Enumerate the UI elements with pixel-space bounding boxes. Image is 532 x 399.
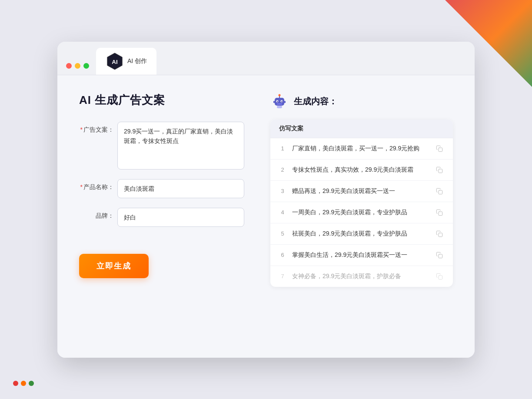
table-row: 3赠品再送，29.9元美白淡斑霜买一送一	[270, 181, 453, 202]
close-button[interactable]	[66, 63, 72, 69]
copy-icon[interactable]	[435, 144, 444, 153]
right-header: 生成内容：	[270, 93, 453, 111]
svg-point-5	[277, 101, 278, 102]
minimize-button[interactable]	[75, 63, 80, 69]
svg-point-6	[281, 101, 282, 102]
ai-tab[interactable]: AI AI 创作	[96, 48, 156, 75]
svg-rect-17	[439, 233, 442, 237]
right-panel: 生成内容： 仿写文案 1厂家直销，美白淡斑霜，买一送一，29.9元抢购 2专抹女…	[270, 93, 453, 340]
required-star-2: *	[80, 183, 83, 190]
ad-copy-row: *广告文案：	[79, 122, 244, 170]
generate-button[interactable]: 立即生成	[79, 254, 149, 278]
ai-tab-icon: AI	[106, 52, 124, 70]
svg-rect-18	[439, 254, 442, 258]
result-number: 4	[279, 209, 286, 216]
table-row: 1厂家直销，美白淡斑霜，买一送一，29.9元抢购	[270, 138, 453, 160]
result-text: 专抹女性斑点，真实功效，29.9元美白淡斑霜	[292, 165, 429, 174]
results-table: 仿写文案 1厂家直销，美白淡斑霜，买一送一，29.9元抢购 2专抹女性斑点，真实…	[270, 120, 453, 287]
product-name-row: *产品名称：	[79, 179, 244, 198]
copy-icon[interactable]	[435, 250, 444, 260]
product-name-label: *产品名称：	[79, 179, 114, 191]
table-row: 5祛斑美白，29.9元美白淡斑霜，专业护肤品	[270, 223, 453, 245]
table-row: 4一周美白，29.9元美白淡斑霜，专业护肤品	[270, 202, 453, 223]
copy-icon[interactable]	[435, 165, 444, 175]
ad-copy-label: *广告文案：	[79, 122, 114, 134]
right-panel-title: 生成内容：	[294, 96, 337, 107]
svg-point-9	[279, 94, 281, 96]
result-text: 赠品再送，29.9元美白淡斑霜买一送一	[292, 186, 429, 196]
svg-rect-7	[277, 103, 282, 105]
ad-copy-input[interactable]	[117, 122, 244, 170]
result-number: 6	[279, 252, 286, 258]
bottom-decoration	[13, 381, 34, 386]
copy-icon[interactable]	[435, 272, 444, 281]
svg-rect-14	[439, 169, 442, 173]
table-row: 6掌握美白生活，29.9元美白淡斑霜买一送一	[270, 245, 453, 266]
table-row: 7女神必备，29.9元美白淡斑霜，护肤必备	[270, 266, 453, 287]
result-text: 厂家直销，美白淡斑霜，买一送一，29.9元抢购	[292, 144, 429, 153]
svg-rect-19	[439, 276, 442, 279]
svg-rect-10	[273, 101, 275, 103]
result-text: 一周美白，29.9元美白淡斑霜，专业护肤品	[292, 208, 429, 217]
result-number: 2	[279, 166, 286, 173]
page-title: AI 生成广告文案	[79, 93, 244, 108]
left-panel: AI 生成广告文案 *广告文案： *产品名称： 品牌： 立	[79, 93, 244, 340]
product-name-input[interactable]	[117, 179, 244, 198]
brand-row: 品牌：	[79, 208, 244, 227]
svg-rect-13	[439, 148, 442, 152]
svg-rect-15	[439, 190, 442, 194]
result-text: 女神必备，29.9元美白淡斑霜，护肤必备	[292, 272, 429, 281]
brand-input[interactable]	[117, 208, 244, 227]
dot-3	[29, 381, 34, 386]
required-star-1: *	[80, 126, 83, 133]
dot-1	[13, 381, 18, 386]
maximize-button[interactable]	[83, 63, 89, 69]
result-number: 7	[279, 273, 286, 279]
table-header: 仿写文案	[270, 120, 453, 138]
svg-rect-16	[439, 212, 442, 216]
result-number: 1	[279, 145, 286, 152]
brand-label: 品牌：	[79, 208, 114, 220]
browser-window: AI AI 创作 AI 生成广告文案 *广告文案： *产品名称：	[57, 42, 475, 358]
result-number: 5	[279, 230, 286, 237]
copy-icon[interactable]	[435, 229, 444, 239]
main-content: AI 生成广告文案 *广告文案： *产品名称： 品牌： 立	[57, 75, 475, 358]
result-text: 祛斑美白，29.9元美白淡斑霜，专业护肤品	[292, 229, 429, 238]
results-list: 1厂家直销，美白淡斑霜，买一送一，29.9元抢购 2专抹女性斑点，真实功效，29…	[270, 138, 453, 287]
table-row: 2专抹女性斑点，真实功效，29.9元美白淡斑霜	[270, 160, 453, 181]
result-text: 掌握美白生活，29.9元美白淡斑霜买一送一	[292, 250, 429, 259]
svg-text:AI: AI	[112, 58, 117, 65]
title-bar: AI AI 创作	[57, 42, 475, 75]
svg-rect-11	[284, 101, 286, 103]
result-number: 3	[279, 188, 286, 194]
copy-icon[interactable]	[435, 186, 444, 196]
dot-2	[21, 381, 26, 386]
svg-rect-12	[277, 106, 282, 108]
window-controls	[66, 63, 89, 75]
tab-label: AI 创作	[127, 57, 147, 65]
robot-icon	[270, 93, 289, 111]
copy-icon[interactable]	[435, 208, 444, 217]
